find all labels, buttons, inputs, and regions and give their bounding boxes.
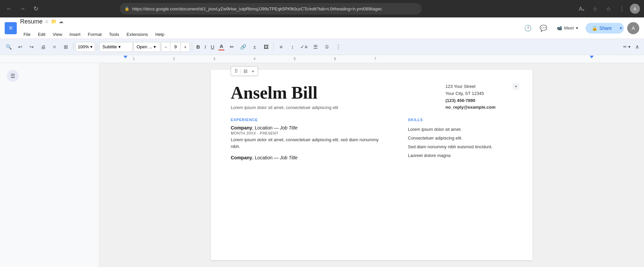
clone-format-button[interactable]: ⊞ bbox=[60, 42, 71, 52]
doc-subtitle[interactable]: Lorem ipsum dolor sit amet, consectetuer… bbox=[231, 105, 432, 110]
back-button[interactable]: ← bbox=[4, 4, 14, 14]
favorite-button[interactable]: ☆ bbox=[603, 3, 614, 14]
text-color-button[interactable]: A bbox=[217, 43, 226, 51]
doc-canvas-area[interactable]: ⠿ ⊟ + Anselm Bill Lorem ipsum dolor sit … bbox=[99, 63, 644, 267]
history-button[interactable]: 🕐 bbox=[522, 22, 534, 34]
job2-location: Location bbox=[255, 155, 273, 160]
skills-column: SKILLS Lorem ipsum dolor sit amet. Conse… bbox=[408, 118, 513, 166]
menu-insert[interactable]: Insert bbox=[66, 31, 84, 38]
folder-icon[interactable]: 📁 bbox=[51, 19, 57, 24]
editing-tools-button[interactable]: ✏ ▾ bbox=[621, 43, 633, 51]
left-indent-marker[interactable] bbox=[123, 56, 127, 58]
profile-initials: A bbox=[634, 6, 637, 11]
refresh-button[interactable]: ↻ bbox=[31, 4, 41, 14]
style-selector[interactable]: Subtitle ▾ bbox=[99, 42, 133, 52]
checklist-button[interactable]: ✓≡ bbox=[299, 42, 309, 52]
print-button[interactable]: 🖨 bbox=[38, 42, 48, 52]
toolbar: 🔍 ↩ ↪ 🖨 ⌗ ⊞ 100% ▾ Subtitle ▾ Open ... ▾… bbox=[0, 39, 644, 55]
search-button[interactable]: 🔍 bbox=[3, 42, 14, 52]
redo-button[interactable]: ↪ bbox=[26, 42, 37, 52]
font-size-increase[interactable]: + bbox=[181, 42, 190, 52]
right-margin-marker[interactable] bbox=[590, 56, 594, 58]
docs-header-right: 🕐 💬 📹 Meet ▾ 🔒 Share ▾ A bbox=[522, 22, 639, 34]
document-title[interactable]: Resume bbox=[20, 18, 43, 25]
extensions-button[interactable]: ⋮ bbox=[616, 3, 627, 14]
address-phone[interactable]: (123) 456-7890 bbox=[445, 97, 513, 104]
reading-mode-button[interactable]: Aₐ bbox=[576, 3, 587, 14]
underline-button[interactable]: U bbox=[209, 42, 216, 52]
menu-format[interactable]: Format bbox=[85, 31, 105, 38]
skill-2[interactable]: Consectetuer adipiscing elit. bbox=[408, 134, 513, 143]
font-size-box: − 9 + bbox=[161, 42, 190, 52]
bold-button[interactable]: B bbox=[194, 42, 202, 52]
more-options-button[interactable]: ⋮ bbox=[333, 42, 343, 52]
editing-icon: ✏ bbox=[623, 44, 627, 49]
forward-button[interactable]: → bbox=[17, 4, 28, 14]
lock-share-icon: 🔒 bbox=[592, 25, 597, 31]
ruler-num-6: 6 bbox=[334, 57, 336, 61]
job-title-line-2[interactable]: Company, Location — Job Title bbox=[231, 155, 388, 160]
table-toolbar-divider bbox=[240, 68, 241, 74]
insert-comment-button[interactable]: ± bbox=[249, 42, 260, 52]
link-button[interactable]: 🔗 bbox=[238, 42, 249, 52]
job1-desc[interactable]: Lorem ipsum dolor sit amet, consectetuer… bbox=[231, 137, 388, 150]
profile-avatar[interactable]: A bbox=[630, 4, 640, 14]
address-line2[interactable]: Your City, ST 12345 bbox=[445, 90, 513, 97]
zoom-selector[interactable]: 100% ▾ bbox=[75, 42, 95, 52]
job1-location: Location bbox=[255, 125, 273, 130]
share-button[interactable]: 🔒 Share bbox=[586, 23, 618, 34]
ruler-track: 1 2 3 4 5 6 7 bbox=[99, 55, 644, 63]
doc-two-col: EXPERIENCE Company, Location — Job Title… bbox=[231, 118, 513, 166]
meet-icon: 📹 bbox=[557, 25, 562, 31]
cloud-icon[interactable]: ☁ bbox=[59, 19, 63, 24]
style-chevron: ▾ bbox=[118, 44, 121, 49]
skill-1[interactable]: Lorem ipsum dolor sit amet. bbox=[408, 125, 513, 134]
collapse-toolbar-button[interactable]: ∧ bbox=[634, 42, 641, 51]
address-line1[interactable]: 123 Your Street bbox=[445, 83, 513, 90]
ruler-num-4: 4 bbox=[254, 57, 256, 61]
meet-button[interactable]: 📹 Meet ▾ bbox=[553, 23, 582, 33]
divider-3 bbox=[192, 43, 192, 51]
bookmark-button[interactable]: ☆ bbox=[590, 3, 600, 14]
share-chevron-button[interactable]: ▾ bbox=[618, 23, 624, 33]
menu-tools[interactable]: Tools bbox=[106, 31, 122, 38]
address-dropdown-btn[interactable]: ▾ bbox=[513, 83, 519, 90]
outline-button[interactable]: ☰ bbox=[7, 70, 19, 82]
address-bar[interactable]: 🔒 https://docs.google.com/document/d/1_j… bbox=[120, 3, 422, 14]
italic-button[interactable]: I bbox=[203, 42, 208, 52]
table-toolbar: ⠿ ⊟ + bbox=[231, 66, 258, 76]
undo-button[interactable]: ↩ bbox=[15, 42, 25, 52]
star-icon[interactable]: ☆ bbox=[45, 19, 49, 24]
job-title-line-1[interactable]: Company, Location — Job Title bbox=[231, 125, 388, 130]
comments-button[interactable]: 💬 bbox=[537, 22, 549, 34]
left-tab-marker bbox=[123, 56, 127, 58]
font-size-decrease[interactable]: − bbox=[161, 42, 170, 52]
table-column-icon[interactable]: ⊟ bbox=[242, 68, 249, 74]
font-selector[interactable]: Open ... ▾ bbox=[133, 42, 160, 52]
job1-company: Company bbox=[231, 125, 252, 130]
menu-edit[interactable]: Edit bbox=[35, 31, 49, 38]
align-button[interactable]: ≡ bbox=[276, 42, 286, 52]
highlight-button[interactable]: ✏ bbox=[226, 42, 237, 52]
line-spacing-button[interactable]: ↕ bbox=[287, 42, 298, 52]
insert-image-button[interactable]: 🖼 bbox=[261, 42, 271, 52]
font-value: Open ... bbox=[137, 44, 152, 49]
address-email[interactable]: no_reply@example.com bbox=[445, 104, 513, 111]
ruler-num-3: 3 bbox=[213, 57, 215, 61]
font-size-value[interactable]: 9 bbox=[170, 42, 181, 52]
share-label: Share bbox=[599, 25, 612, 31]
menu-help[interactable]: Help bbox=[152, 31, 168, 38]
doc-address-section: ▾ 123 Your Street Your City, ST 12345 (1… bbox=[445, 83, 513, 111]
menu-view[interactable]: View bbox=[49, 31, 65, 38]
skill-4[interactable]: Laoreet dolore magna bbox=[408, 151, 513, 160]
header-profile-avatar[interactable]: A bbox=[627, 22, 639, 34]
skill-3[interactable]: Sed diam nonummy nibh euismod tincidunt. bbox=[408, 143, 513, 151]
paint-format-button[interactable]: ⌗ bbox=[49, 42, 60, 52]
person-name[interactable]: Anselm Bill bbox=[231, 83, 432, 102]
bullet-list-button[interactable]: ☰ bbox=[310, 42, 321, 52]
numbered-list-button[interactable]: ① bbox=[321, 42, 332, 52]
table-drag-btn[interactable]: ⠿ bbox=[233, 68, 239, 74]
menu-file[interactable]: File bbox=[20, 31, 34, 38]
table-add-col-icon[interactable]: + bbox=[250, 68, 256, 74]
menu-extensions[interactable]: Extensions bbox=[123, 31, 151, 38]
